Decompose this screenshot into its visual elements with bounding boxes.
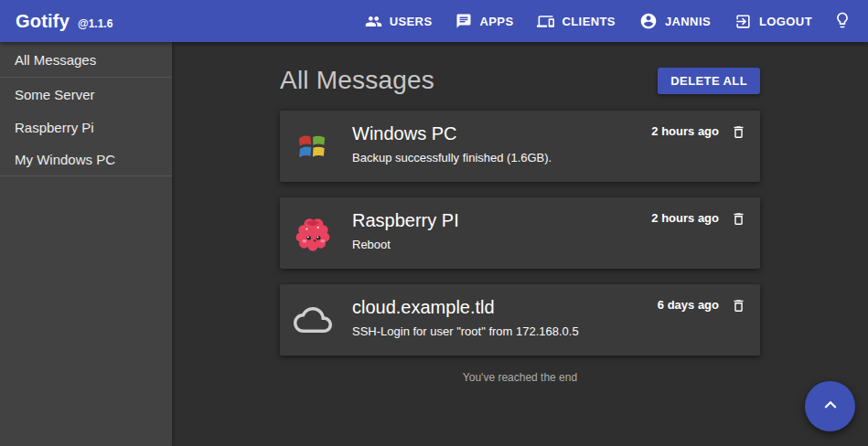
- nav-apps-button[interactable]: APPS: [445, 5, 523, 37]
- message-title: Windows PC: [352, 123, 651, 144]
- delete-message-button[interactable]: [731, 298, 746, 316]
- nav-users-button[interactable]: USERS: [355, 5, 443, 37]
- message-content: Windows PC Backup successfully finished …: [352, 122, 651, 171]
- sidebar-item-label: All Messages: [15, 52, 96, 68]
- message-body: SSH-Login for user "root" from 172.168.0…: [352, 324, 658, 338]
- message-timestamp: 6 days ago: [658, 298, 719, 312]
- message-meta: 2 hours ago: [651, 208, 746, 258]
- appbar-nav: USERS APPS CLIENTS JANNIS LOGOUT: [355, 5, 859, 37]
- sidebar-item-label: Raspberry Pi: [15, 120, 94, 135]
- sidebar-item-my-windows-pc[interactable]: My Windows PC: [0, 143, 172, 176]
- message-meta: 6 days ago: [658, 295, 746, 345]
- delete-message-button[interactable]: [731, 124, 746, 143]
- nav-clients-button[interactable]: CLIENTS: [527, 5, 625, 37]
- nav-user-menu-button[interactable]: JANNIS: [629, 5, 721, 37]
- account-circle-icon: [639, 12, 658, 30]
- sidebar-item-some-server[interactable]: Some Server: [0, 78, 172, 111]
- chevron-up-icon: [819, 393, 842, 419]
- app-title: Gotify: [16, 11, 70, 32]
- content-header: All Messages DELETE ALL: [280, 66, 760, 95]
- message-title: cloud.example.tld: [352, 297, 658, 318]
- appbar: Gotify @1.1.6 USERS APPS CLIENTS JA: [0, 0, 868, 42]
- nav-logout-button[interactable]: LOGOUT: [724, 5, 822, 37]
- logout-icon: [734, 13, 752, 30]
- trash-icon: [731, 124, 746, 143]
- scroll-to-top-button[interactable]: [805, 381, 855, 431]
- message-timestamp: 2 hours ago: [651, 211, 719, 225]
- end-of-list-text: You've reached the end: [280, 371, 760, 384]
- message-title: Raspberry PI: [352, 210, 651, 231]
- message-content: Raspberry PI Reboot: [352, 208, 651, 258]
- message-card-raspberry-pi: Raspberry PI Reboot 2 hours ago: [280, 197, 760, 269]
- message-content: cloud.example.tld SSH-Login for user "ro…: [352, 295, 658, 345]
- nav-username-label: JANNIS: [665, 15, 711, 28]
- trash-icon: [731, 298, 746, 316]
- raspberry-logo: [294, 214, 332, 252]
- theme-toggle-button[interactable]: [826, 5, 859, 37]
- brand: Gotify @1.1.6: [16, 11, 113, 32]
- page-title: All Messages: [280, 66, 434, 95]
- clients-devices-icon: [537, 13, 554, 30]
- trash-icon: [731, 211, 746, 229]
- message-card-cloud: cloud.example.tld SSH-Login for user "ro…: [280, 284, 760, 356]
- sidebar-item-all-messages[interactable]: All Messages: [0, 42, 172, 78]
- apps-chat-icon: [455, 13, 472, 29]
- nav-apps-label: APPS: [479, 15, 513, 28]
- delete-message-button[interactable]: [731, 211, 746, 229]
- sidebar-item-raspberry-pi[interactable]: Raspberry Pi: [0, 111, 172, 143]
- message-body: Backup successfully finished (1.6GB).: [352, 151, 651, 165]
- message-meta: 2 hours ago: [651, 122, 746, 171]
- windows-logo: [294, 127, 332, 165]
- sidebar-item-label: My Windows PC: [15, 152, 115, 167]
- lightbulb-icon: [833, 11, 852, 32]
- app-version: @1.1.6: [78, 17, 113, 30]
- delete-all-button[interactable]: DELETE ALL: [658, 68, 760, 94]
- sidebar: All Messages Some Server Raspberry Pi My…: [0, 42, 172, 446]
- message-card-windows-pc: Windows PC Backup successfully finished …: [280, 111, 760, 182]
- cloud-icon: [294, 301, 332, 339]
- main-area: All Messages DELETE ALL Windows PC Backu…: [172, 42, 868, 446]
- sidebar-item-label: Some Server: [15, 87, 95, 102]
- message-timestamp: 2 hours ago: [651, 124, 719, 138]
- users-icon: [365, 13, 382, 30]
- nav-clients-label: CLIENTS: [562, 15, 615, 28]
- nav-users-label: USERS: [390, 15, 433, 28]
- nav-logout-label: LOGOUT: [759, 15, 812, 28]
- message-body: Reboot: [352, 238, 651, 251]
